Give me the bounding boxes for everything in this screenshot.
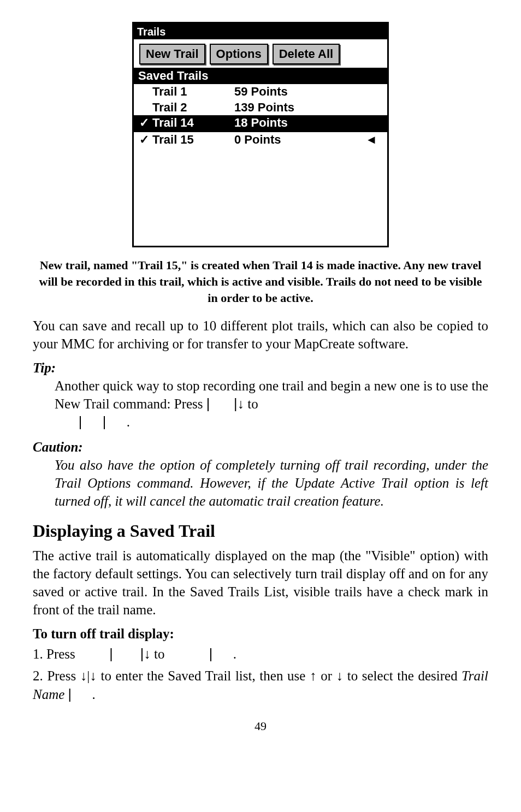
saved-trails-list: Trail 1 59 Points Trail 2 139 Points ✓ T… [134,84,387,246]
trail-row[interactable]: Trail 1 59 Points [134,84,387,100]
intro-paragraph: You can save and recall up to 10 differe… [33,317,488,353]
key-pipe: | [68,686,72,702]
options-button[interactable]: Options [210,44,268,64]
step1-a: 1. Press [33,647,79,661]
page-number: 49 [33,719,488,733]
trail-name: Trail 14 [152,115,234,131]
trail-name: Trail 2 [152,100,234,116]
trail-points: 18 Points [234,115,365,131]
step-2: 2. Press ↓|↓ to enter the Saved Trail li… [33,667,488,704]
tip-text-c: . [127,414,130,429]
trail-points: 139 Points [234,100,365,116]
caution-label: Caution: [33,440,488,455]
list-blank-area [134,147,387,246]
key-pipe: | [103,414,106,429]
display-paragraph: The active trail is automatically displa… [33,547,488,619]
new-trail-button[interactable]: New Trail [139,44,205,64]
saved-trails-header: Saved Trails [134,68,387,84]
step-1: 1. Press | |↓ to | . [33,645,488,663]
subheading: To turn off trail display: [33,626,488,642]
figure-caption: New trail, named "Trail 15," is created … [38,257,483,306]
tip-text-b: to [247,396,258,411]
step1-c: . [233,647,236,661]
trails-screenshot: Trails New Trail Options Delete All Save… [132,22,389,247]
caution-body: You also have the option of completely t… [55,456,488,510]
toolbar: New Trail Options Delete All [134,39,387,68]
key-pipe-down: |↓ [140,646,151,661]
step2-d: . [92,687,96,702]
trail-name: Trail 1 [152,84,234,100]
key-pipe: | [206,396,210,411]
tip-label: Tip: [33,360,488,376]
trail-row[interactable]: ✓ Trail 15 0 Points ◄ [134,131,387,148]
section-heading: Displaying a Saved Trail [33,521,488,541]
key-pipe: | [209,646,213,661]
step2-a: 2. Press ↓|↓ to enter the Saved Trail li… [33,668,461,683]
check-icon: ✓ [139,115,152,131]
key-pipe: | [79,414,82,429]
trail-row[interactable]: ✓ Trail 14 18 Points [134,115,387,131]
check-icon: ✓ [139,132,152,148]
step1-b: to [154,647,168,661]
trail-name: Trail 15 [152,132,234,148]
key-pipe-down: |↓ [234,396,244,411]
cursor-icon: ◄ [365,132,382,148]
trail-points: 0 Points [234,132,365,148]
tip-body: Another quick way to stop recording one … [55,377,488,431]
key-pipe: | [109,646,113,661]
trail-row[interactable]: Trail 2 139 Points [134,100,387,116]
window-title: Trails [134,23,387,39]
delete-all-button[interactable]: Delete All [273,44,340,64]
tip-text-a: Another quick way to stop recording one … [55,378,488,411]
trail-points: 59 Points [234,84,365,100]
